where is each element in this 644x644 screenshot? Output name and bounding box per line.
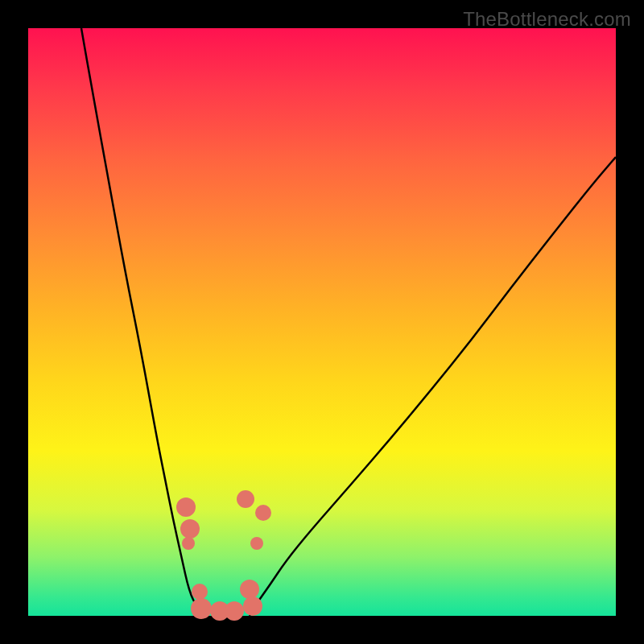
data-dot [192,584,208,600]
watermark-text: TheBottleneck.com [463,8,631,31]
data-dot [176,497,196,517]
data-dot [250,537,263,550]
data-dot [191,598,212,619]
data-dots-layer [28,28,616,616]
data-dot [182,537,195,550]
data-dot [243,597,262,616]
data-dot [225,601,244,621]
data-dot [237,490,254,508]
data-dot [255,505,271,521]
data-dot [180,519,200,539]
